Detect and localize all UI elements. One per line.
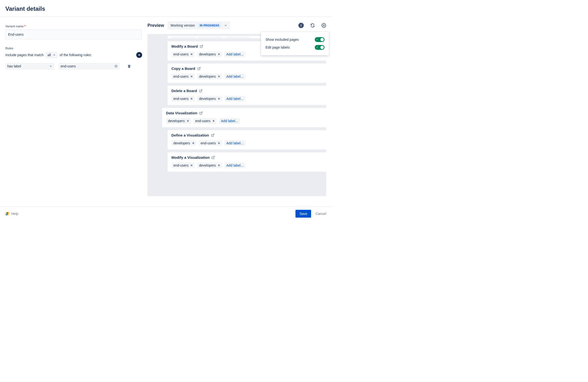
edit-labels-label: Edit page labels bbox=[265, 45, 290, 49]
rule-condition-dropdown[interactable]: has label bbox=[5, 63, 54, 70]
page-card-title[interactable]: Data Visualization bbox=[166, 111, 203, 115]
add-label-link[interactable]: Add label... bbox=[224, 51, 245, 57]
page-card: Copy a Boardend-users✕developers✕Add lab… bbox=[168, 64, 326, 83]
label-chip[interactable]: developers✕ bbox=[197, 74, 222, 79]
status-badge: IN PROGRESS bbox=[198, 23, 221, 28]
settings-popover: Show excluded pages ✓ Edit page labels ✓ bbox=[261, 32, 329, 55]
chevron-down-icon bbox=[49, 65, 52, 68]
remove-label-icon[interactable]: ✕ bbox=[190, 75, 193, 78]
help-link[interactable]: Help bbox=[5, 212, 18, 216]
remove-label-icon[interactable]: ✕ bbox=[218, 142, 220, 145]
page-card: Data Visualizationdevelopers✕end-users✕A… bbox=[162, 108, 326, 127]
page-card-title[interactable]: Define a Visualization bbox=[171, 133, 214, 137]
refresh-icon bbox=[310, 23, 315, 28]
cancel-button[interactable]: Cancel bbox=[315, 212, 326, 216]
page-card-title[interactable]: Copy a Board bbox=[171, 66, 201, 71]
add-label-link[interactable]: Add label... bbox=[224, 96, 245, 102]
svg-point-5 bbox=[323, 25, 325, 26]
delete-rule-button[interactable] bbox=[127, 64, 131, 68]
add-label-link[interactable]: Add label... bbox=[224, 140, 245, 146]
clear-rule-value-icon[interactable] bbox=[114, 64, 118, 68]
help-logo-icon bbox=[5, 212, 9, 215]
svg-line-10 bbox=[212, 134, 214, 135]
label-chip[interactable]: end-users✕ bbox=[171, 74, 195, 79]
show-excluded-label: Show excluded pages bbox=[265, 38, 299, 42]
gear-icon bbox=[321, 23, 326, 28]
remove-label-icon[interactable]: ✕ bbox=[218, 75, 220, 78]
label-chip[interactable]: developers✕ bbox=[171, 140, 196, 146]
svg-line-8 bbox=[200, 89, 202, 91]
remove-label-icon[interactable]: ✕ bbox=[218, 97, 220, 100]
remove-label-icon[interactable]: ✕ bbox=[190, 164, 193, 167]
settings-button[interactable] bbox=[321, 23, 326, 28]
external-link-icon bbox=[211, 156, 215, 159]
label-chip[interactable]: developers✕ bbox=[197, 162, 222, 168]
external-link-icon bbox=[211, 134, 214, 137]
external-link-icon bbox=[199, 111, 203, 115]
page-card: Define a Visualizationdevelopers✕end-use… bbox=[168, 130, 326, 149]
label-chip[interactable]: end-users✕ bbox=[171, 162, 195, 168]
external-link-icon bbox=[200, 45, 203, 48]
label-chip[interactable]: developers✕ bbox=[197, 51, 222, 57]
trash-icon bbox=[127, 64, 131, 68]
page-header: Variant details bbox=[0, 0, 332, 17]
variant-name-input[interactable] bbox=[5, 30, 142, 39]
page-title: Variant details bbox=[5, 5, 326, 12]
remove-label-icon[interactable]: ✕ bbox=[190, 97, 193, 100]
preview-panel: Preview Working version IN PROGRESS i bbox=[147, 17, 332, 207]
external-link-icon bbox=[197, 67, 201, 70]
preview-title: Preview bbox=[147, 23, 164, 28]
label-chip[interactable]: developers✕ bbox=[166, 118, 191, 124]
page-card: Modify a Visualizationend-users✕develope… bbox=[168, 152, 326, 172]
add-label-link[interactable]: Add label... bbox=[219, 118, 240, 124]
svg-line-9 bbox=[201, 112, 202, 113]
edit-labels-toggle[interactable]: ✓ bbox=[315, 45, 325, 50]
external-link-icon bbox=[199, 89, 202, 93]
page-card-title[interactable]: Modify a Board bbox=[171, 44, 203, 48]
page-card-title[interactable]: Delete a Board bbox=[171, 89, 202, 93]
remove-label-icon[interactable]: ✕ bbox=[218, 164, 220, 167]
label-chip[interactable]: end-users✕ bbox=[171, 96, 195, 102]
add-rule-button[interactable] bbox=[136, 52, 142, 58]
rule-value-dropdown[interactable]: end-users bbox=[59, 63, 120, 70]
form-panel: Variant name * Rules Include pages that … bbox=[0, 17, 147, 207]
svg-line-6 bbox=[201, 45, 203, 46]
match-mode-dropdown[interactable]: all bbox=[45, 52, 58, 58]
refresh-button[interactable] bbox=[310, 23, 315, 28]
info-button[interactable]: i bbox=[298, 23, 304, 28]
footer: Help Save Cancel bbox=[0, 207, 332, 221]
match-prefix-text: Include pages that match bbox=[5, 53, 43, 57]
plus-icon bbox=[137, 53, 141, 57]
show-excluded-toggle[interactable]: ✓ bbox=[315, 37, 325, 42]
version-selector[interactable]: Working version IN PROGRESS bbox=[168, 21, 230, 30]
remove-label-icon[interactable]: ✕ bbox=[190, 53, 193, 56]
page-card-title[interactable]: Modify a Visualization bbox=[171, 155, 215, 159]
variant-name-label: Variant name * bbox=[5, 25, 142, 28]
add-label-link[interactable]: Add label... bbox=[224, 162, 245, 168]
label-chip[interactable]: end-users✕ bbox=[193, 118, 217, 124]
preview-pane: Modify a Boardend-users✕developers✕Add l… bbox=[147, 34, 326, 196]
chevron-down-icon bbox=[53, 53, 56, 56]
rules-label: Rules bbox=[5, 47, 142, 50]
svg-line-11 bbox=[213, 156, 214, 158]
page-card: Delete a Boardend-users✕developers✕Add l… bbox=[168, 86, 326, 105]
svg-line-7 bbox=[199, 67, 200, 69]
label-chip[interactable]: end-users✕ bbox=[171, 51, 195, 57]
label-chip[interactable]: end-users✕ bbox=[199, 140, 222, 146]
label-chip[interactable]: developers✕ bbox=[197, 96, 222, 102]
chevron-down-icon bbox=[224, 24, 227, 27]
remove-label-icon[interactable]: ✕ bbox=[218, 53, 220, 56]
remove-label-icon[interactable]: ✕ bbox=[212, 119, 215, 123]
add-label-link[interactable]: Add label... bbox=[224, 74, 245, 79]
save-button[interactable]: Save bbox=[295, 210, 311, 218]
match-suffix-text: of the following rules: bbox=[60, 53, 92, 57]
remove-label-icon[interactable]: ✕ bbox=[187, 119, 189, 123]
remove-label-icon[interactable]: ✕ bbox=[192, 142, 194, 145]
